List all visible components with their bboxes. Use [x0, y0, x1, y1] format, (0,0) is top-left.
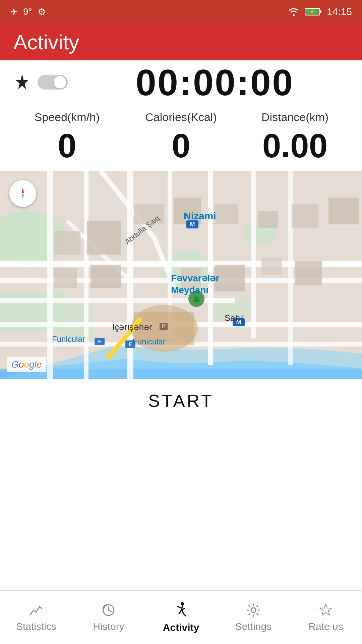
svg-text:F: F [129, 341, 132, 347]
distance-label: Distance(km) [238, 111, 352, 124]
svg-text:🌲: 🌲 [192, 295, 201, 303]
airplane-icon: ✈ [10, 6, 18, 17]
nav-item-rateus[interactable]: Rate us [290, 591, 362, 644]
timer-display: 00:00:00 [81, 61, 349, 104]
distance-value: 0.00 [238, 127, 352, 164]
compass-icon [15, 186, 30, 201]
svg-text:Funicular: Funicular [52, 334, 85, 343]
svg-rect-32 [292, 204, 318, 228]
nav-item-statistics[interactable]: Statistics [0, 591, 72, 644]
svg-rect-20 [84, 171, 88, 379]
status-left-icons: ✈ 9° ⚙ [10, 6, 46, 17]
svg-text:İçərişəhər: İçərişəhər [112, 322, 152, 332]
page-title: Activity [13, 30, 79, 54]
calories-value: 0 [124, 127, 238, 164]
calories-label: Calories(Kcal) [124, 111, 238, 124]
svg-rect-27 [87, 221, 121, 255]
chart-icon [29, 603, 44, 618]
star-icon [318, 603, 333, 618]
nav-label-rateus: Rate us [308, 621, 343, 632]
svg-rect-26 [54, 231, 80, 255]
svg-marker-63 [21, 194, 24, 200]
toggle-knob [54, 76, 66, 89]
status-right-icons: ⚡ 14:15 [287, 6, 352, 17]
settings-icon [246, 603, 261, 618]
google-logo: Google [7, 357, 46, 372]
svg-rect-39 [295, 261, 322, 285]
speed-value: 0 [10, 127, 124, 164]
svg-text:Meydanı: Meydanı [171, 285, 208, 295]
svg-rect-30 [215, 204, 238, 224]
svg-rect-38 [261, 258, 282, 275]
svg-point-0 [293, 14, 295, 16]
svg-text:⛩: ⛩ [162, 324, 166, 329]
nav-label-statistics: Statistics [16, 621, 56, 632]
bottom-navigation: Statistics History Activity Settings [0, 590, 362, 644]
time-display: 14:15 [327, 6, 352, 17]
svg-text:Funicular: Funicular [132, 337, 166, 346]
temperature-display: 9° [23, 6, 32, 17]
svg-text:Sahil: Sahil [225, 313, 244, 323]
speed-label: Speed(km/h) [10, 111, 124, 124]
nav-item-settings[interactable]: Settings [217, 591, 290, 644]
svg-rect-2 [320, 10, 321, 13]
svg-marker-5 [16, 75, 28, 89]
start-area: START [0, 379, 362, 422]
stats-values-row: 0 0 0.00 [0, 124, 362, 171]
svg-text:⚡: ⚡ [310, 9, 314, 14]
battery-icon: ⚡ [305, 7, 322, 16]
nav-label-settings: Settings [235, 621, 272, 632]
svg-text:Nizami: Nizami [184, 210, 216, 221]
status-bar: ✈ 9° ⚙ ⚡ 14:15 [0, 0, 362, 23]
svg-text:F: F [98, 339, 101, 344]
dark-mode-icon[interactable] [13, 73, 31, 91]
wifi-icon [287, 7, 300, 16]
svg-marker-62 [21, 187, 24, 194]
nav-label-history: History [93, 621, 124, 632]
svg-rect-24 [251, 171, 256, 338]
svg-text:M: M [190, 221, 195, 228]
app-header: Activity [0, 23, 362, 60]
top-controls-bar: 00:00:00 [0, 60, 362, 104]
svg-point-67 [251, 608, 256, 612]
svg-text:Fəvvarələr: Fəvvarələr [171, 273, 219, 283]
map-view[interactable]: M M F F ⛩ 🌲 Nizami Fəvvarələr Meydanı İç… [0, 171, 362, 379]
svg-rect-19 [47, 171, 53, 379]
dark-mode-toggle[interactable] [38, 75, 68, 90]
svg-rect-31 [258, 211, 278, 228]
stats-labels-row: Speed(km/h) Calories(Kcal) Distance(km) [0, 104, 362, 124]
svg-rect-34 [54, 268, 77, 288]
start-button[interactable]: START [148, 391, 214, 411]
nav-item-history[interactable]: History [72, 591, 145, 644]
svg-marker-68 [320, 604, 332, 615]
nav-item-activity[interactable]: Activity [145, 591, 217, 644]
svg-rect-35 [90, 265, 121, 288]
walk-icon [174, 602, 188, 619]
usb-icon: ⚙ [38, 6, 46, 17]
history-icon [101, 603, 116, 618]
svg-rect-23 [208, 171, 213, 365]
svg-rect-25 [288, 171, 293, 365]
nav-label-activity: Activity [163, 622, 199, 633]
svg-rect-33 [328, 198, 359, 224]
compass-button[interactable] [9, 180, 36, 207]
